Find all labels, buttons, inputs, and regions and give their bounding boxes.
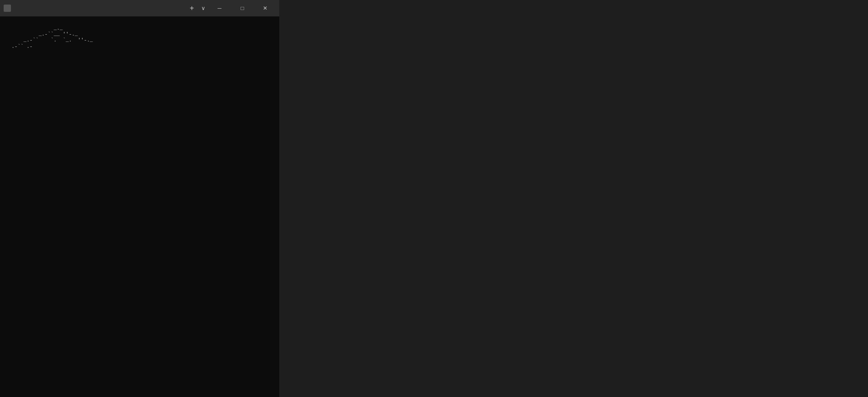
cmd-titlebar: + ∨ ─ □ ✕ [0,0,279,16]
cmd-tab-dropdown-button[interactable]: ∨ [201,5,205,11]
cmd-window: + ∨ ─ □ ✕ _._ _.-``__ ''-._ _.-`` `. `_.… [0,0,279,397]
cmd-window-controls: ─ □ ✕ [209,0,276,16]
cmd-app-icon [4,5,11,12]
cmd-content-area: _._ _.-``__ ''-._ _.-`` `. `_. ''-._ .-`… [0,16,279,397]
cmd-minimize-button[interactable]: ─ [209,0,230,16]
cmd-close-button[interactable]: ✕ [255,0,276,16]
cmd-new-tab-button[interactable]: + [186,4,198,12]
cmd-maximize-button[interactable]: □ [232,0,253,16]
redis-ascii-art: _._ _.-``__ ''-._ _.-`` `. `_. ''-._ .-`… [5,26,274,50]
